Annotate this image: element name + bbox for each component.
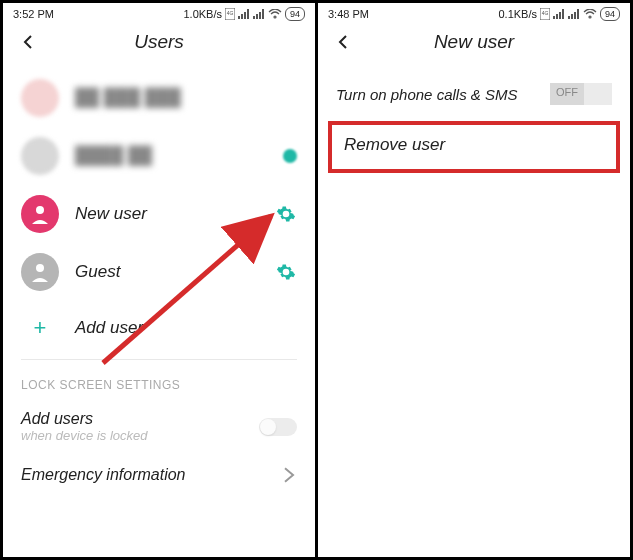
svg-text:4G: 4G	[542, 10, 549, 16]
signal-icon	[238, 9, 250, 19]
sim-icon: 4G	[540, 8, 550, 20]
person-icon	[28, 260, 52, 284]
remove-user-button[interactable]: Remove user	[344, 135, 604, 155]
user-settings-button[interactable]	[275, 261, 297, 283]
chevron-right-icon	[281, 467, 297, 483]
toggle-off[interactable]: OFF	[550, 83, 612, 105]
user-row-blurred[interactable]: ██ ███ ███	[3, 69, 315, 127]
user-row-guest[interactable]: Guest	[3, 243, 315, 301]
page-title: New user	[318, 31, 630, 53]
wifi-icon	[268, 9, 282, 19]
setting-title: Add users	[21, 410, 259, 428]
status-time: 3:48 PM	[328, 8, 369, 20]
divider	[21, 359, 297, 360]
add-user-row[interactable]: + Add user	[3, 301, 315, 355]
section-header: LOCK SCREEN SETTINGS	[3, 372, 315, 402]
user-row-blurred[interactable]: ████ ██	[3, 127, 315, 185]
toggle-switch[interactable]	[259, 418, 297, 436]
user-label-blurred: ████ ██	[75, 146, 283, 166]
setting-subtitle: when device is locked	[21, 428, 259, 443]
status-bar: 3:52 PM 1.0KB/s 4G 94	[3, 3, 315, 23]
phone-sms-label: Turn on phone calls & SMS	[336, 86, 550, 103]
plus-icon: +	[21, 315, 59, 341]
header: New user	[318, 23, 630, 69]
add-user-label: Add user	[75, 318, 297, 338]
new-user-screen: 3:48 PM 0.1KB/s 4G 94 New user Turn on p…	[318, 3, 630, 557]
user-label: New user	[75, 204, 275, 224]
add-users-locked-row[interactable]: Add users when device is locked	[3, 402, 315, 451]
phone-sms-row[interactable]: Turn on phone calls & SMS OFF	[318, 69, 630, 115]
battery-icon: 94	[285, 7, 305, 21]
setting-text: Emergency information	[21, 466, 281, 484]
remove-user-highlight: Remove user	[328, 121, 620, 173]
person-icon	[28, 202, 52, 226]
status-right: 1.0KB/s 4G 94	[183, 7, 305, 21]
status-time: 3:52 PM	[13, 8, 54, 20]
signal-icon-2	[253, 9, 265, 19]
page-title: Users	[3, 31, 315, 53]
sim-icon: 4G	[225, 8, 235, 20]
avatar-blurred	[21, 79, 59, 117]
toggle-thumb	[584, 83, 612, 105]
gear-icon	[276, 204, 296, 224]
svg-text:4G: 4G	[227, 10, 234, 16]
user-label: Guest	[75, 262, 275, 282]
emergency-info-row[interactable]: Emergency information	[3, 451, 315, 499]
gear-icon	[276, 262, 296, 282]
battery-icon: 94	[600, 7, 620, 21]
signal-icon-2	[568, 9, 580, 19]
toggle-off-label: OFF	[556, 86, 578, 98]
avatar-new-user	[21, 195, 59, 233]
setting-text: Add users when device is locked	[21, 410, 259, 443]
svg-point-2	[36, 206, 44, 214]
net-speed: 1.0KB/s	[183, 8, 222, 20]
header: Users	[3, 23, 315, 69]
wifi-icon	[583, 9, 597, 19]
avatar-blurred	[21, 137, 59, 175]
setting-title: Emergency information	[21, 466, 281, 484]
status-right: 0.1KB/s 4G 94	[498, 7, 620, 21]
status-bar: 3:48 PM 0.1KB/s 4G 94	[318, 3, 630, 23]
user-row-new-user[interactable]: New user	[3, 185, 315, 243]
user-settings-button[interactable]	[275, 203, 297, 225]
avatar-guest	[21, 253, 59, 291]
signal-icon	[553, 9, 565, 19]
svg-point-3	[36, 264, 44, 272]
net-speed: 0.1KB/s	[498, 8, 537, 20]
user-label-blurred: ██ ███ ███	[75, 88, 297, 108]
active-dot-icon	[283, 149, 297, 163]
users-screen: 3:52 PM 1.0KB/s 4G 94 Users ██ ███ ███ █…	[3, 3, 318, 557]
